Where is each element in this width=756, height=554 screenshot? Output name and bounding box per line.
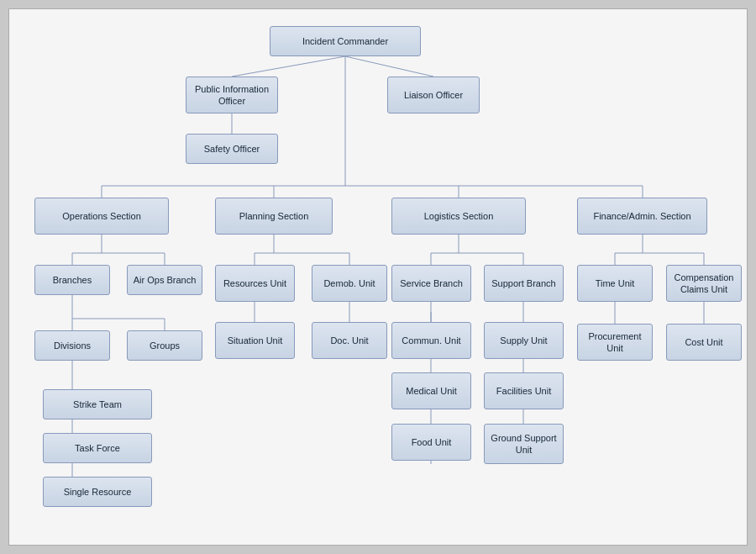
time-unit-node: Time Unit xyxy=(577,265,653,302)
cost-unit-node: Cost Unit xyxy=(666,324,742,361)
finance-node: Finance/Admin. Section xyxy=(577,198,707,235)
svg-line-0 xyxy=(232,56,345,77)
food-unit-node: Food Unit xyxy=(391,424,471,461)
medical-unit-node: Medical Unit xyxy=(391,372,471,409)
demob-unit-node: Demob. Unit xyxy=(312,265,387,302)
compensation-claims-node: Compensation Claims Unit xyxy=(666,265,742,302)
ground-support-node: Ground Support Unit xyxy=(484,424,564,464)
safety-node: Safety Officer xyxy=(186,134,278,164)
logistics-node: Logistics Section xyxy=(391,198,526,235)
liaison-node: Liaison Officer xyxy=(387,77,480,113)
single-resource-node: Single Resource xyxy=(43,477,152,507)
svg-line-1 xyxy=(345,56,433,77)
task-force-node: Task Force xyxy=(43,433,152,463)
strike-team-node: Strike Team xyxy=(43,389,152,419)
service-branch-node: Service Branch xyxy=(391,265,471,302)
procurement-unit-node: Procurement Unit xyxy=(577,324,653,361)
public-info-node: Public Information Officer xyxy=(186,77,278,113)
divisions-node: Divisions xyxy=(34,330,110,361)
incident-commander-node: Incident Commander xyxy=(270,26,421,56)
situation-unit-node: Situation Unit xyxy=(215,322,295,359)
air-ops-node: Air Ops Branch xyxy=(127,265,202,295)
branches-node: Branches xyxy=(34,265,110,295)
planning-node: Planning Section xyxy=(215,198,333,235)
facilities-unit-node: Facilities Unit xyxy=(484,372,564,409)
supply-unit-node: Supply Unit xyxy=(484,322,564,359)
doc-unit-node: Doc. Unit xyxy=(312,322,387,359)
org-chart: Incident Commander Public Information Of… xyxy=(8,8,748,546)
support-branch-node: Support Branch xyxy=(484,265,564,302)
operations-node: Operations Section xyxy=(34,198,169,235)
commun-unit-node: Commun. Unit xyxy=(391,322,471,359)
resources-unit-node: Resources Unit xyxy=(215,265,295,302)
groups-node: Groups xyxy=(127,330,202,361)
